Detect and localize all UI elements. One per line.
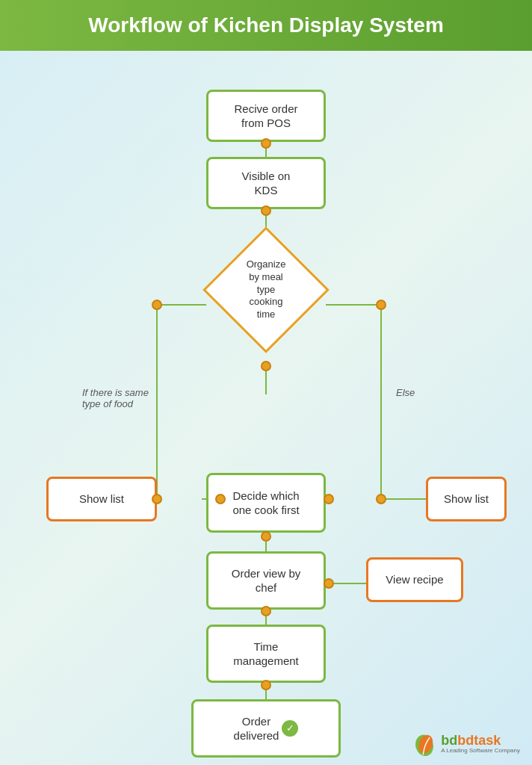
dot-8: [324, 494, 334, 504]
receive-order-box: Recive order from POS: [206, 90, 326, 142]
dot-6: [152, 494, 162, 504]
order-view-box: Order view by chef: [206, 551, 326, 610]
time-management-box: Time management: [206, 625, 326, 683]
dot-11: [324, 578, 334, 589]
diagram-area: Recive order from POS Visible on KDS Org…: [0, 51, 532, 765]
page-title: Workflow of Kichen Display System: [15, 13, 517, 37]
check-icon: ✓: [282, 720, 298, 737]
show-list-right-label: Show list: [444, 492, 489, 507]
dot-4: [152, 300, 162, 310]
else-label: Else: [396, 387, 415, 398]
receive-order-label: Recive order from POS: [234, 102, 297, 131]
header-bar: Workflow of Kichen Display System: [0, 0, 532, 51]
order-delivered-label: Order delivered: [234, 714, 279, 743]
view-recipe-box[interactable]: View recipe: [366, 557, 463, 602]
visible-kds-box: Visible on KDS: [206, 157, 326, 209]
logo-leaf-icon: [411, 731, 438, 758]
organize-text: Organize by meal type cooking time: [206, 230, 326, 350]
organize-diamond-container: Organize by meal type cooking time: [206, 230, 326, 350]
dot-10: [261, 531, 271, 542]
decide-box: Decide which one cook first: [206, 473, 326, 533]
time-management-label: Time management: [233, 639, 299, 669]
dot-12: [261, 606, 271, 616]
show-list-left-label: Show list: [79, 492, 124, 507]
dot-13: [261, 680, 271, 690]
show-list-right-box[interactable]: Show list: [426, 477, 507, 521]
dot-7: [215, 494, 226, 504]
decide-label: Decide which one cook first: [232, 489, 299, 518]
logo-name: bdbdtask: [441, 734, 520, 747]
dot-1: [261, 138, 271, 149]
visible-kds-label: Visible on KDS: [242, 169, 291, 198]
dot-2: [261, 205, 271, 216]
view-recipe-label: View recipe: [386, 572, 443, 587]
order-view-label: Order view by chef: [232, 566, 301, 595]
logo-area: bdbdtask A Leading Software Company: [411, 731, 520, 758]
logo-text: bdbdtask A Leading Software Company: [441, 734, 520, 755]
dot-9: [376, 494, 386, 504]
order-delivered-box: Order delivered ✓: [191, 699, 341, 758]
if-same-label: If there is same type of food: [82, 387, 149, 409]
dot-3: [261, 361, 271, 371]
dot-5: [376, 300, 386, 310]
show-list-left-box[interactable]: Show list: [46, 477, 157, 521]
logo-tagline: A Leading Software Company: [441, 747, 520, 755]
